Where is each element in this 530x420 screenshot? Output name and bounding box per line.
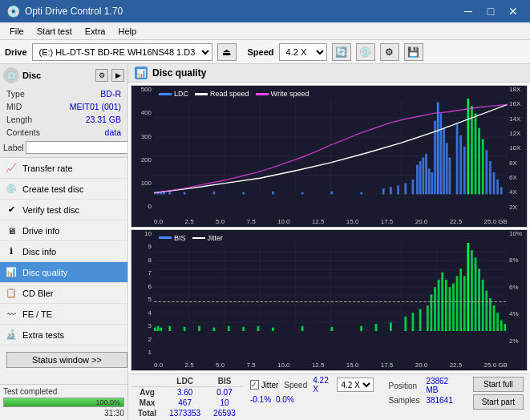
main: 💿 Disc ⚙ ▶ Type BD-R MID MEIT01 (001) Le…	[0, 64, 530, 420]
menu-start-test[interactable]: Start test	[30, 25, 79, 38]
nav-extra-tests[interactable]: 🔬 Extra tests	[0, 325, 127, 345]
chart2-legend: BIS Jitter	[156, 233, 226, 243]
speed-display-select[interactable]: 4.2 X	[337, 378, 374, 392]
nav-disc-quality-label: Disc quality	[22, 268, 67, 277]
type-value: BD-R	[53, 88, 123, 99]
svg-rect-106	[471, 250, 473, 331]
nav-disc-info-label: Disc info	[22, 247, 56, 256]
settings-button[interactable]: ⚙	[380, 43, 399, 61]
disc-arrow-button[interactable]: ▶	[111, 69, 124, 82]
svg-rect-36	[431, 172, 433, 195]
svg-rect-27	[390, 187, 392, 194]
start-part-button[interactable]: Start part	[473, 394, 524, 410]
svg-rect-47	[471, 106, 473, 194]
samples-label: Samples	[385, 395, 423, 406]
svg-rect-42	[449, 158, 451, 195]
speed-select[interactable]: 4.2 X	[279, 43, 327, 61]
charts-container: LDC Read speed Write speed 5004003002001…	[128, 83, 530, 374]
status-window-container: Status window >>	[0, 345, 127, 374]
label-input[interactable]	[26, 141, 128, 154]
extra-tests-icon: 🔬	[5, 329, 18, 341]
avg-bis: 0.07	[207, 387, 242, 398]
disc-quality-header: 📊 Disc quality	[128, 64, 530, 83]
nav-transfer-rate[interactable]: 📈 Transfer rate	[0, 158, 127, 179]
nav-verify-test-disc-label: Verify test disc	[22, 205, 79, 215]
svg-rect-39	[439, 113, 442, 194]
maximize-button[interactable]: □	[480, 3, 501, 19]
close-button[interactable]: ✕	[503, 3, 524, 19]
nav-fe-te-label: FE / TE	[22, 309, 52, 319]
svg-rect-80	[198, 325, 200, 330]
nav-disc-quality[interactable]: 📊 Disc quality	[0, 262, 127, 283]
nav-cd-bler[interactable]: 📋 CD Bler	[0, 283, 127, 304]
create-test-disc-icon: 💿	[5, 183, 18, 196]
minimize-button[interactable]: ─	[458, 3, 479, 19]
nav-create-test-disc-label: Create test disc	[22, 184, 83, 194]
svg-rect-112	[493, 305, 496, 331]
svg-rect-88	[360, 325, 362, 330]
svg-rect-91	[404, 316, 407, 330]
svg-rect-99	[445, 279, 447, 330]
nav-fe-te[interactable]: 〰 FE / TE	[0, 304, 127, 325]
svg-rect-108	[478, 269, 480, 331]
save-button[interactable]: 💾	[404, 43, 423, 61]
chart2-svg	[154, 243, 508, 331]
svg-rect-24	[331, 192, 334, 195]
speed-label: Speed	[248, 47, 274, 57]
svg-rect-44	[459, 135, 462, 195]
drive-select[interactable]: (E:) HL-DT-ST BD-RE WH16NS48 1.D3	[32, 43, 212, 61]
svg-rect-100	[449, 287, 451, 331]
nav-verify-test-disc[interactable]: ✔ Verify test disc	[0, 200, 127, 220]
avg-ldc: 3.60	[163, 387, 207, 398]
svg-rect-53	[493, 172, 496, 195]
svg-rect-109	[482, 279, 484, 330]
svg-rect-111	[489, 297, 492, 330]
disc-section: 💿 Disc ⚙ ▶ Type BD-R MID MEIT01 (001) Le…	[0, 64, 127, 158]
menu-file[interactable]: File	[3, 25, 30, 38]
total-label: Total	[131, 408, 163, 418]
svg-rect-35	[428, 168, 431, 194]
svg-rect-115	[504, 324, 506, 331]
length-value: 23.31 GB	[53, 114, 123, 125]
fe-te-icon: 〰	[5, 308, 18, 321]
max-label: Max	[131, 398, 163, 408]
svg-rect-90	[390, 322, 392, 331]
chart1-y-axis-right: 18X16X14X12X10X8X6X4X2X	[508, 86, 527, 211]
svg-rect-31	[416, 165, 419, 195]
mid-label: MID	[5, 101, 51, 112]
svg-rect-18	[168, 192, 171, 195]
svg-rect-86	[301, 325, 304, 330]
nav-disc-info[interactable]: ℹ Disc info	[0, 241, 127, 262]
eject-button[interactable]: ⏏	[217, 43, 237, 61]
drive-label: Drive	[5, 47, 27, 57]
nav-drive-info[interactable]: 🖥 Drive info	[0, 220, 127, 241]
nav-drive-info-label: Drive info	[22, 226, 59, 236]
legend-ldc: LDC	[174, 90, 188, 98]
nav-transfer-rate-label: Transfer rate	[22, 164, 73, 173]
svg-rect-50	[482, 139, 484, 195]
svg-rect-33	[422, 158, 424, 195]
nav-create-test-disc[interactable]: 💿 Create test disc	[0, 179, 127, 200]
sidebar: 💿 Disc ⚙ ▶ Type BD-R MID MEIT01 (001) Le…	[0, 64, 128, 420]
svg-rect-97	[438, 279, 440, 330]
svg-rect-87	[331, 326, 334, 331]
menu-extra[interactable]: Extra	[79, 25, 112, 38]
status-window-button[interactable]: Status window >>	[6, 352, 127, 368]
chart2: BIS Jitter 10987654321 10%8%6%4%2%	[131, 229, 528, 372]
position-label: Position	[385, 376, 423, 395]
start-full-button[interactable]: Start full	[473, 377, 524, 392]
svg-rect-94	[427, 305, 429, 331]
svg-rect-46	[467, 99, 469, 194]
svg-rect-76	[157, 325, 160, 330]
disc-settings-button[interactable]: ⚙	[95, 69, 108, 82]
refresh-button[interactable]: 🔄	[332, 43, 351, 61]
jitter-checkbox[interactable]: ✓	[250, 380, 259, 390]
svg-rect-25	[360, 192, 362, 195]
progress-percent: 100.0%	[95, 398, 120, 406]
svg-rect-51	[485, 150, 488, 194]
svg-rect-23	[301, 192, 304, 195]
menu-help[interactable]: Help	[111, 25, 143, 38]
disc-quality-header-icon: 📊	[135, 67, 148, 79]
disc-button[interactable]: 💿	[356, 43, 375, 61]
svg-rect-19	[184, 192, 186, 195]
